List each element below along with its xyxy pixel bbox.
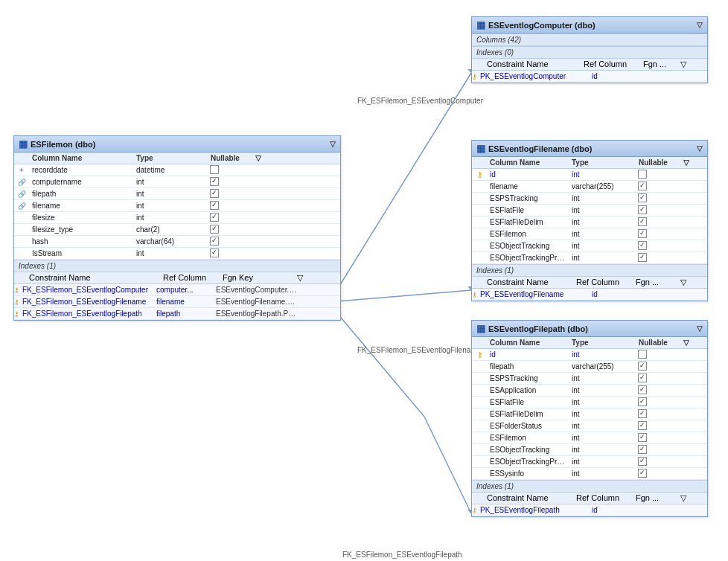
table-row: filesize_type char(2) xyxy=(14,224,340,236)
table-row: filename varchar(255) xyxy=(472,181,707,193)
table-row: ESFlatFileDelim int xyxy=(472,408,707,420)
table-row: ESFlatFileDelim int xyxy=(472,217,707,228)
table-grid-icon2: ▦ xyxy=(476,19,485,31)
eseventlogfilename-title: ESEventlogFilename (dbo) xyxy=(488,144,592,153)
esfilemon-title: ESFilemon (dbo) xyxy=(31,140,95,149)
fk-row-filename: ⚷ FK_ESFilemon_ESEventlogFilename filena… xyxy=(14,296,340,308)
esfilemon-header[interactable]: ▦ ESFilemon (dbo) ▽ xyxy=(14,136,340,153)
relation-label-computer: FK_ESFilemon_ESEventlogComputer xyxy=(357,97,483,105)
fk-row-computer: ⚷ FK_ESFilemon_ESEventlogComputer comput… xyxy=(14,284,340,296)
table-grid-icon: ▦ xyxy=(19,138,28,150)
table-row: ESPSTracking int xyxy=(472,193,707,205)
table-row: 🔗 filename int xyxy=(14,200,340,212)
table-row: ESFilemon int xyxy=(472,228,707,240)
table-esetventlogcomputer: ▦ ESEventlogComputer (dbo) ▽ Columns (42… xyxy=(471,16,708,83)
table-row: ESFlatFile int xyxy=(472,397,707,408)
table-row: 🔗 computername int xyxy=(14,176,340,188)
table-row: ESFilemon int xyxy=(472,432,707,444)
relation-label-filename: FK_ESFilemon_ESEventlogFilename xyxy=(357,346,481,354)
table-eseventlogfilepath: ▦ ESEventlogFilepath (dbo) ▽ Column Name… xyxy=(471,320,708,517)
col-header-nullable: Nullable xyxy=(208,153,252,163)
table-row: + recorddate datetime xyxy=(14,164,340,176)
col-header-type: Type xyxy=(133,153,208,163)
eseventlogfilename-expand[interactable]: ▽ xyxy=(697,144,703,153)
esfilemon-col-headers: Column Name Type Nullable ▽ xyxy=(14,153,340,164)
eseventlogcomputer-title: ESEventlogComputer (dbo) xyxy=(488,21,596,30)
svg-line-6 xyxy=(337,313,424,417)
table-row: hash varchar(64) xyxy=(14,236,340,248)
table-row: ESSysinfo int xyxy=(472,468,707,480)
eseventlogfilepath-constraint-header: Constraint Name Ref Column Fgn ... ▽ xyxy=(472,493,707,504)
svg-line-3 xyxy=(337,290,471,301)
eseventlogfilename-indexes-section: Indexes (1) xyxy=(472,264,707,277)
table-row: ESObjectTrackingProcess int xyxy=(472,252,707,264)
constraint-name-header: Constraint Name xyxy=(29,273,163,283)
table-eseventlogfilename: ▦ ESEventlogFilename (dbo) ▽ Column Name… xyxy=(471,140,708,301)
table-row: ⚷ id int xyxy=(472,169,707,181)
table-row: ESPSTracking int xyxy=(472,373,707,385)
main-canvas: ▦ ESFilemon (dbo) ▽ Column Name Type Nul… xyxy=(0,0,728,561)
esfilemon-expand-icon[interactable]: ▽ xyxy=(330,140,336,148)
relation-label-filepath: FK_ESFilemon_ESEventlogFilepath xyxy=(342,551,462,559)
eseventlogfilepath-col-headers: Column Name Type Nullable ▽ xyxy=(472,337,707,349)
col-header-name: Column Name xyxy=(29,153,133,163)
eseventlogfilename-col-headers: Column Name Type Nullable ▽ xyxy=(472,157,707,169)
table-esfilemon: ▦ ESFilemon (dbo) ▽ Column Name Type Nul… xyxy=(13,135,341,321)
table-row: ESObjectTracking int xyxy=(472,240,707,252)
eseventlogfilename-constraint-header: Constraint Name Ref Column Fgn ... ▽ xyxy=(472,277,707,289)
eseventlogfilepath-expand[interactable]: ▽ xyxy=(697,324,703,333)
table-row: ESObjectTrackingProcess int xyxy=(472,456,707,468)
table-row: filepath varchar(255) xyxy=(472,361,707,373)
col-header-filter[interactable]: ▽ xyxy=(252,153,267,163)
svg-line-0 xyxy=(337,73,471,289)
table-row: ⚷ id int xyxy=(472,349,707,361)
ref-col-header: Ref Column xyxy=(163,273,223,283)
table-row: IsStream int xyxy=(14,248,340,260)
table-row: 🔗 filepath int xyxy=(14,188,340,200)
table-grid-icon4: ▦ xyxy=(476,323,485,334)
eseventlogcomputer-expand[interactable]: ▽ xyxy=(697,21,703,29)
fgn-key-header: Fgn Key xyxy=(223,273,297,283)
table-row: ESApplication int xyxy=(472,385,707,397)
table-row: ESFolderStatus int xyxy=(472,420,707,432)
eseventlogfilename-header[interactable]: ▦ ESEventlogFilename (dbo) ▽ xyxy=(472,141,707,157)
pk-row-filename: ⚷ PK_ESEventlogFilename id xyxy=(472,289,707,301)
eseventlogcomputer-columns-section: Columns (42) xyxy=(472,33,707,46)
eseventlogcomputer-indexes-section: Indexes (0) xyxy=(472,46,707,59)
table-row: filesize int xyxy=(14,212,340,224)
eseventlogcomputer-header[interactable]: ▦ ESEventlogComputer (dbo) ▽ xyxy=(472,17,707,33)
eseventlogfilepath-header[interactable]: ▦ ESEventlogFilepath (dbo) ▽ xyxy=(472,321,707,337)
pk-row-filepath: ⚷ PK_ESEventlogFilepath id xyxy=(472,504,707,516)
esfilemon-indexes-section: Indexes (1) xyxy=(14,260,340,272)
svg-line-7 xyxy=(424,417,471,513)
eseventlogcomputer-constraint-header: Constraint Name Ref Column Fgn ... ▽ xyxy=(472,59,707,71)
esfilemon-constraint-header: Constraint Name Ref Column Fgn Key ▽ xyxy=(14,272,340,284)
table-grid-icon3: ▦ xyxy=(476,143,485,154)
table-row: ESObjectTracking int xyxy=(472,444,707,456)
fk-row-filepath: ⚷ FK_ESFilemon_ESEventlogFilepath filepa… xyxy=(14,308,340,320)
eseventlogfilepath-title: ESEventlogFilepath (dbo) xyxy=(488,324,588,333)
table-row: ESFlatFile int xyxy=(472,205,707,217)
pk-row-computer: ⚷ PK_ESEventlogComputer id xyxy=(472,71,707,83)
eseventlogfilepath-indexes-section: Indexes (1) xyxy=(472,480,707,493)
